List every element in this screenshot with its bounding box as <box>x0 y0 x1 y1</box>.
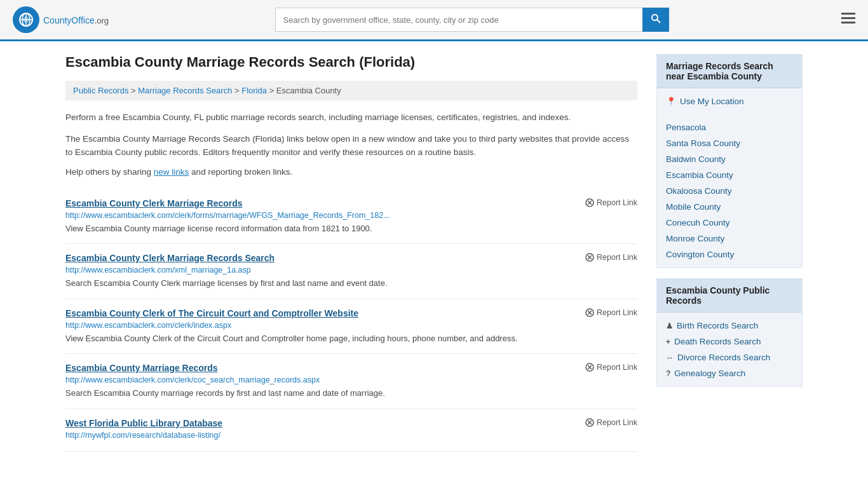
nearby-link[interactable]: Okaloosa County <box>666 186 732 196</box>
public-record-item-1[interactable]: +Death Records Search <box>657 334 802 349</box>
main-container: Escambia County Marriage Records Search … <box>53 41 815 464</box>
nearby-list-item[interactable]: Escambia County <box>657 167 802 183</box>
public-record-link-1[interactable]: Death Records Search <box>674 337 761 346</box>
search-input[interactable] <box>275 8 642 32</box>
nearby-section-title: Marriage Records Search near Escambia Co… <box>657 55 802 88</box>
description: Perform a free Escambia County, FL publi… <box>65 111 637 125</box>
report-link-1[interactable]: Report Link <box>585 253 637 262</box>
content-area: Escambia County Marriage Records Search … <box>65 54 637 452</box>
record-title: Escambia County Clerk Marriage Records <box>65 198 243 208</box>
description2: The Escambia County Marriage Records Sea… <box>65 132 637 159</box>
public-record-link-2[interactable]: Divorce Records Search <box>677 353 770 362</box>
nearby-list-item[interactable]: Santa Rosa County <box>657 135 802 151</box>
record-url: http://www.escambiaclerk.com/clerk/forms… <box>65 211 637 220</box>
nearby-list-item[interactable]: Covington County <box>657 247 802 262</box>
report-link-4[interactable]: Report Link <box>585 418 637 427</box>
nearby-list: 📍 Use My Location <box>657 88 802 114</box>
question-icon: ? <box>666 369 670 378</box>
svg-rect-9 <box>841 17 855 19</box>
public-record-link-3[interactable]: Genealogy Search <box>674 369 745 378</box>
logo-text: CountyOffice.org <box>43 13 109 27</box>
record-item: Escambia County Marriage Records Report … <box>65 354 637 409</box>
nearby-link[interactable]: Conecuh County <box>666 218 730 227</box>
nearby-list-item[interactable]: Okaloosa County <box>657 183 802 199</box>
person-icon: ♟ <box>666 322 673 330</box>
record-url: http://mywfpl.com/research/database-list… <box>65 431 637 440</box>
nearby-link[interactable]: Monroe County <box>666 234 724 243</box>
header: CountyOffice.org <box>0 0 868 41</box>
record-link-3[interactable]: Escambia County Marriage Records <box>65 363 218 373</box>
record-url: http://www.escambiaclerk.com/xml_marriag… <box>65 266 637 274</box>
record-title: Escambia County Clerk of The Circuit Cou… <box>65 308 358 318</box>
records-list: Escambia County Clerk Marriage Records R… <box>65 189 637 452</box>
public-record-item-3[interactable]: ?Genealogy Search <box>657 365 802 381</box>
record-desc: View Escambia County Clerk of the Circui… <box>65 332 637 345</box>
arrows-icon: ↔ <box>666 353 674 362</box>
nearby-list-item[interactable]: Pensacola <box>657 119 802 135</box>
sidebar: Marriage Records Search near Escambia Co… <box>656 54 803 452</box>
nearby-list-item[interactable]: Mobile County <box>657 199 802 215</box>
nearby-section: Marriage Records Search near Escambia Co… <box>656 54 803 268</box>
record-item: Escambia County Clerk of The Circuit Cou… <box>65 299 637 355</box>
hamburger-menu-button[interactable] <box>841 11 855 28</box>
record-link-2[interactable]: Escambia County Clerk of The Circuit Cou… <box>65 308 358 318</box>
record-desc: View Escambia County marriage license re… <box>65 222 637 235</box>
report-link-3[interactable]: Report Link <box>585 363 637 372</box>
svg-point-6 <box>652 15 658 20</box>
record-desc: Search Escambia County Clerk marriage li… <box>65 277 637 290</box>
record-link-4[interactable]: West Florida Public Library Database <box>65 418 222 428</box>
nearby-list-item[interactable]: Conecuh County <box>657 215 802 231</box>
nearby-link[interactable]: Pensacola <box>666 123 706 132</box>
record-title: Escambia County Marriage Records <box>65 363 218 373</box>
breadcrumb-current: Escambia County <box>276 86 341 95</box>
nearby-link[interactable]: Escambia County <box>666 170 733 180</box>
nearby-link[interactable]: Santa Rosa County <box>666 139 740 148</box>
logo-icon <box>13 6 39 33</box>
public-records-title: Escambia County Public Records <box>657 279 802 313</box>
record-url: http://www.escambiaclerk.com/clerk/coc_s… <box>65 376 637 384</box>
location-icon: 📍 <box>666 97 676 106</box>
nearby-list-item[interactable]: Monroe County <box>657 231 802 247</box>
public-record-item-2[interactable]: ↔Divorce Records Search <box>657 349 802 365</box>
public-record-link-0[interactable]: Birth Records Search <box>677 321 758 330</box>
breadcrumb-marriage-records[interactable]: Marriage Records Search <box>138 86 232 95</box>
new-links-link[interactable]: new links <box>154 167 189 177</box>
logo-area: CountyOffice.org <box>13 6 109 33</box>
logo-tld: .org <box>95 16 109 25</box>
report-link-0[interactable]: Report Link <box>585 198 637 207</box>
record-item: Escambia County Clerk Marriage Records R… <box>65 189 637 245</box>
search-area <box>275 8 669 32</box>
nearby-link[interactable]: Baldwin County <box>666 154 726 164</box>
record-link-0[interactable]: Escambia County Clerk Marriage Records <box>65 198 243 208</box>
record-title: West Florida Public Library Database <box>65 418 222 428</box>
public-record-item-0[interactable]: ♟Birth Records Search <box>657 318 802 334</box>
logo-name: CountyOffice <box>43 15 95 25</box>
help-text: Help others by sharing new links and rep… <box>65 167 637 177</box>
use-my-location-link[interactable]: Use My Location <box>680 97 744 106</box>
nearby-links-list: PensacolaSanta Rosa CountyBaldwin County… <box>657 114 802 268</box>
record-item: Escambia County Clerk Marriage Records S… <box>65 244 637 299</box>
record-link-1[interactable]: Escambia County Clerk Marriage Records S… <box>65 253 275 263</box>
breadcrumb-public-records[interactable]: Public Records <box>73 86 128 95</box>
page-title: Escambia County Marriage Records Search … <box>65 54 637 71</box>
cross-icon: + <box>666 337 670 346</box>
nearby-link[interactable]: Mobile County <box>666 202 721 212</box>
svg-line-7 <box>657 20 660 23</box>
record-desc: Search Escambia County marriage records … <box>65 387 637 400</box>
svg-rect-10 <box>841 22 855 24</box>
breadcrumb-florida[interactable]: Florida <box>241 86 267 95</box>
report-link-2[interactable]: Report Link <box>585 308 637 317</box>
svg-rect-8 <box>841 13 855 15</box>
record-title: Escambia County Clerk Marriage Records S… <box>65 253 275 263</box>
nearby-list-item[interactable]: Baldwin County <box>657 151 802 167</box>
public-records-list: ♟Birth Records Search+Death Records Sear… <box>657 313 802 386</box>
nearby-link[interactable]: Covington County <box>666 250 734 259</box>
record-item: West Florida Public Library Database Rep… <box>65 409 637 452</box>
record-url: http://www.escambiaclerk.com/clerk/index… <box>65 321 637 330</box>
public-records-section: Escambia County Public Records ♟Birth Re… <box>656 278 803 387</box>
use-my-location-item[interactable]: 📍 Use My Location <box>657 93 802 109</box>
breadcrumb: Public Records > Marriage Records Search… <box>65 81 637 100</box>
search-button[interactable] <box>642 8 669 32</box>
